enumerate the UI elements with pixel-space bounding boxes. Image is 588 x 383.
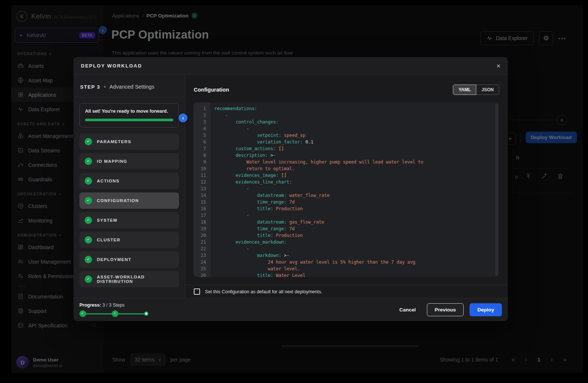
line-number: 18	[193, 219, 210, 225]
check-circle-icon	[85, 138, 92, 145]
line-number: 3	[193, 119, 210, 125]
configuration-header: Configuration YAML JSON	[185, 75, 508, 95]
code-line: 10 return to optimal.	[193, 165, 499, 172]
code-line: 23 markdown: >-	[193, 252, 499, 259]
line-number: 19	[193, 225, 210, 232]
editor-scrollbar[interactable]	[495, 104, 498, 275]
stepper-done-node	[112, 310, 118, 317]
line-number: 4	[193, 125, 210, 132]
code-line: 4 -	[193, 125, 499, 132]
step-label: IO MAPPING	[97, 159, 127, 164]
default-config-row: Set this Configuration as default for al…	[185, 285, 508, 298]
line-number: 16	[193, 205, 210, 212]
step-label: CONFIGURATION	[97, 198, 139, 203]
check-circle-icon	[85, 256, 92, 263]
yaml-code-editor[interactable]: 1recommendations:2 -3 control_changes:4 …	[193, 102, 499, 277]
line-number: 9	[193, 159, 210, 165]
code-line: 9 Water level increasing, higher pump sp…	[193, 159, 499, 165]
stepper-connector	[86, 313, 112, 314]
modal-body: STEP 3 • Advanced Settings All set! You'…	[74, 75, 508, 298]
line-number: 2	[193, 112, 210, 119]
line-number: 24	[193, 259, 210, 265]
step-asset-workload-distribution[interactable]: ASSET-WORKLOAD DISTRIBUTION	[79, 271, 179, 287]
cancel-button[interactable]: Cancel	[394, 304, 421, 316]
code-line: 3 control_changes:	[193, 119, 499, 125]
line-number: 26	[193, 272, 210, 277]
yaml-toggle-button[interactable]: YAML	[453, 85, 476, 95]
deploy-button[interactable]: Deploy	[470, 303, 502, 316]
line-number: 15	[193, 199, 210, 205]
editor-content: 1recommendations:2 -3 control_changes:4 …	[193, 102, 499, 277]
code-line: 13 -	[193, 185, 499, 192]
ready-alert: All set! You're ready to move forward.	[79, 103, 179, 128]
step-configuration[interactable]: CONFIGURATION	[79, 192, 179, 209]
check-circle-icon	[85, 197, 92, 204]
code-line: 5 setpoint: speed_sp	[193, 132, 499, 139]
default-config-checkbox[interactable]	[194, 288, 200, 295]
code-line: 15 time_range: 7d	[193, 199, 499, 205]
step-label: ACTIONS	[97, 179, 120, 183]
line-number: 14	[193, 192, 210, 199]
step-system[interactable]: SYSTEM	[79, 212, 179, 228]
previous-button[interactable]: Previous	[427, 303, 464, 316]
step-label: SYSTEM	[97, 218, 117, 222]
code-line: 21 evidences_markdown:	[193, 239, 499, 245]
ready-alert-text: All set! You're ready to move forward.	[85, 109, 173, 114]
step-deployment[interactable]: DEPLOYMENT	[79, 251, 179, 268]
footer-actions: Cancel Previous Deploy	[394, 303, 502, 316]
line-number: 23	[193, 252, 210, 259]
code-line: 7 custom_actions: []	[193, 145, 499, 152]
line-number: 7	[193, 145, 210, 152]
code-line: 1recommendations:	[193, 105, 499, 112]
line-number: 22	[193, 245, 210, 252]
stepper-done-node	[79, 310, 86, 317]
progress-label: Progress:	[79, 303, 101, 308]
panel-collapse-button[interactable]: ‹	[179, 113, 187, 122]
code-line: 18 datastream: gas_flow_rate	[193, 219, 499, 225]
step-io-mapping[interactable]: IO MAPPING	[79, 153, 179, 169]
progress-stepper	[79, 310, 148, 317]
stepper-connector	[118, 313, 144, 314]
code-line: 26 title: Water Level	[193, 272, 499, 277]
json-toggle-button[interactable]: JSON	[476, 85, 499, 95]
code-line: 20 title: Production	[193, 232, 499, 239]
configuration-title: Configuration	[194, 87, 229, 93]
line-number: 11	[193, 172, 210, 179]
step-actions[interactable]: ACTIONS	[79, 173, 179, 189]
code-line: 2 -	[193, 112, 499, 119]
step-label: PARAMETERS	[97, 139, 131, 144]
code-line: 11 evidences_image: []	[193, 172, 499, 179]
ready-progress-bar	[85, 119, 173, 121]
line-number: 6	[193, 139, 210, 145]
code-line: 22 -	[193, 245, 499, 252]
code-line: 24 24 hour avg water level is 5% higher …	[193, 259, 499, 265]
line-number: 1	[193, 105, 210, 112]
step-label: DEPLOYMENT	[97, 257, 131, 262]
check-circle-icon	[85, 217, 92, 224]
modal-title: DEPLOY WORKLOAD	[81, 63, 142, 69]
line-number: 12	[193, 179, 210, 185]
close-icon[interactable]: ×	[496, 63, 500, 69]
step-header: STEP 3 • Advanced Settings	[74, 75, 185, 97]
check-circle-icon	[85, 158, 92, 165]
step-label: CLUSTER	[97, 238, 120, 242]
code-line: 25 water level.	[193, 265, 499, 272]
step-parameters[interactable]: PARAMETERS	[79, 133, 179, 150]
modal-footer: Progress: 3 / 3 Steps Cancel Previous De…	[74, 298, 508, 321]
wizard-panel: STEP 3 • Advanced Settings All set! You'…	[74, 75, 185, 298]
line-number: 8	[193, 152, 210, 159]
step-cluster[interactable]: CLUSTER	[79, 232, 179, 248]
screen: K Kelvin˙BETA Environment (DEV) ✦ Kelvin…	[0, 0, 588, 383]
code-line: 16 title: Production	[193, 205, 499, 212]
deploy-workload-modal: DEPLOY WORKLOAD × STEP 3 • Advanced Sett…	[74, 57, 508, 321]
line-number: 21	[193, 239, 210, 245]
check-circle-icon	[85, 236, 92, 244]
step-name: Advanced Settings	[110, 84, 154, 90]
code-line: 12 evidences_line_chart:	[193, 179, 499, 185]
step-number: STEP 3	[80, 84, 100, 90]
line-number: 25	[193, 265, 210, 272]
line-number: 20	[193, 232, 210, 239]
line-number: 17	[193, 212, 210, 219]
progress-block: Progress: 3 / 3 Steps	[79, 303, 148, 317]
wizard-steps: PARAMETERSIO MAPPINGACTIONSCONFIGURATION…	[79, 133, 179, 291]
